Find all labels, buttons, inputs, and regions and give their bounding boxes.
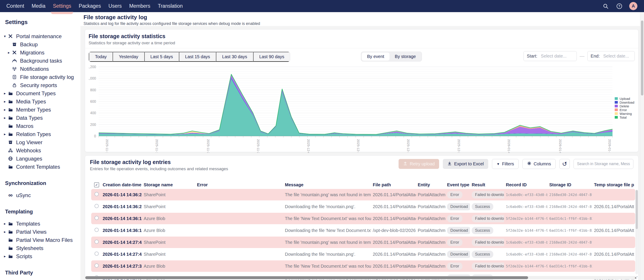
legend-item-delete[interactable]: Delete xyxy=(615,104,634,108)
help-icon[interactable]: ? xyxy=(616,3,623,10)
column-header-error[interactable]: Error xyxy=(195,182,283,187)
sidebar-item-partial-views[interactable]: ▸Partial Views xyxy=(0,228,80,236)
caret-right-icon[interactable]: ▸ xyxy=(2,108,7,112)
sidebar-item-background-tasks[interactable]: Background tasks xyxy=(0,57,80,65)
sidebar-item-log-viewer[interactable]: Log Viewer xyxy=(0,138,80,146)
sidebar-item-relation-types[interactable]: ▸Relation Types xyxy=(0,130,80,138)
window-vertical-scrollbar[interactable] xyxy=(640,12,644,280)
search-icon[interactable] xyxy=(602,3,610,10)
scroll-right-arrow-icon[interactable]: ▸ xyxy=(635,276,636,279)
toggle-by-event[interactable]: By event xyxy=(362,53,390,61)
export-to-excel-button[interactable]: Export to Excel xyxy=(443,159,488,169)
row-radio[interactable] xyxy=(94,192,99,196)
retry-upload-button[interactable]: Retry upload xyxy=(398,159,439,169)
sidebar-item-security-reports[interactable]: Security reports xyxy=(0,81,80,89)
caret-right-icon[interactable]: ▸ xyxy=(2,116,7,120)
range-button-yesterday[interactable]: Yesterday xyxy=(112,52,144,62)
nav-item-packages[interactable]: Packages xyxy=(75,0,105,12)
refresh-button[interactable]: ↺ xyxy=(560,159,570,169)
sidebar-item-scripts[interactable]: ▸Scripts xyxy=(0,252,80,260)
nav-item-settings[interactable]: Settings xyxy=(49,0,75,12)
sidebar-item-member-types[interactable]: ▸Member Types xyxy=(0,106,80,114)
column-header-result[interactable]: Result xyxy=(470,182,504,187)
table-row[interactable]: 2026-01-14 14:27:32Azure BlobThe file 'N… xyxy=(91,260,635,272)
column-header-event_type[interactable]: Event type xyxy=(445,182,470,187)
sidebar-item-file-storage-activity-log[interactable]: File storage activity log xyxy=(0,73,80,81)
caret-right-icon[interactable]: ▸ xyxy=(2,230,7,234)
legend-item-warning[interactable]: Warning xyxy=(615,112,634,115)
table-horizontal-scrollbar[interactable]: ▸ xyxy=(85,276,638,279)
sidebar-item-backup[interactable]: Backup xyxy=(0,40,80,49)
caret-down-icon[interactable]: ▾ xyxy=(2,34,7,38)
sidebar-item-languages[interactable]: Languages xyxy=(0,155,80,163)
avatar[interactable]: A xyxy=(629,2,638,10)
caret-right-icon[interactable]: ▸ xyxy=(2,222,7,226)
sidebar-item-macros[interactable]: Macros xyxy=(0,122,80,130)
sidebar-item-webhooks[interactable]: Webhooks xyxy=(0,146,80,155)
column-header-datetime[interactable]: Creation date-time▾ xyxy=(101,182,142,187)
table-row[interactable]: 2026-01-14 14:36:18Azure BlobDownloading… xyxy=(91,225,635,236)
table-vertical-scrollbar[interactable]: ▾ xyxy=(636,190,638,274)
range-button-last-5-days[interactable]: Last 5 days xyxy=(144,52,179,62)
sidebar-item-media-types[interactable]: ▸Media Types xyxy=(0,97,80,106)
range-button-last-30-days[interactable]: Last 30 days xyxy=(216,52,253,62)
table-horizontal-scrollbar-thumb[interactable] xyxy=(85,276,528,279)
sidebar-item-document-types[interactable]: ▸Document Types xyxy=(0,89,80,97)
row-radio[interactable] xyxy=(94,228,99,232)
sidebar-item-label: Document Types xyxy=(16,90,56,97)
range-button-today[interactable]: Today xyxy=(89,52,112,62)
column-header-record_id[interactable]: Record ID xyxy=(504,182,548,187)
range-button-last-90-days[interactable]: Last 90 days xyxy=(253,52,290,62)
table-row[interactable]: 2026-01-14 14:27:42SharePointDownloading… xyxy=(91,248,635,260)
caret-right-icon[interactable]: ▸ xyxy=(2,99,7,104)
sidebar-item-stylesheets[interactable]: Stylesheets xyxy=(0,244,80,252)
table-row[interactable]: 2026-01-14 14:36:18Azure BlobThe file 'N… xyxy=(91,213,635,224)
legend-item-download[interactable]: Download xyxy=(615,101,634,104)
column-header-entity[interactable]: Entity xyxy=(416,182,445,187)
sidebar-item-content-templates[interactable]: Content Templates xyxy=(0,163,80,171)
column-header-temp_path[interactable]: Temp storage file path xyxy=(592,182,634,187)
select-all-checkbox[interactable]: ✓ xyxy=(94,182,99,187)
end-date-input[interactable] xyxy=(603,53,632,59)
range-button-last-15-days[interactable]: Last 15 days xyxy=(179,52,216,62)
column-header-message[interactable]: Message xyxy=(283,182,371,187)
window-vertical-scrollbar-thumb[interactable] xyxy=(641,21,643,96)
nav-item-translation[interactable]: Translation xyxy=(154,0,186,12)
row-radio[interactable] xyxy=(94,216,99,220)
toggle-by-storage[interactable]: By storage xyxy=(390,53,421,61)
caret-right-icon[interactable]: ▸ xyxy=(6,51,11,55)
filters-button[interactable]: ▼ Filters xyxy=(492,159,519,169)
row-radio[interactable] xyxy=(94,204,99,208)
caret-right-icon[interactable]: ▸ xyxy=(2,254,7,258)
legend-item-upload[interactable]: Upload xyxy=(615,97,634,100)
caret-right-icon[interactable]: ▸ xyxy=(2,132,7,136)
nav-item-content[interactable]: Content xyxy=(3,0,28,12)
caret-right-icon[interactable]: ▸ xyxy=(2,91,7,96)
columns-button[interactable]: Columns xyxy=(522,159,556,169)
sidebar-item-notifications[interactable]: Notifications xyxy=(0,65,80,73)
sidebar-item-templates[interactable]: ▸Templates xyxy=(0,220,80,228)
sidebar-item-partial-view-macro-files[interactable]: Partial View Macro Files xyxy=(0,236,80,244)
sidebar-item-migrations[interactable]: ▸Migrations xyxy=(0,49,80,57)
sidebar-item-usync[interactable]: ∞uSync xyxy=(0,191,80,199)
start-date-input[interactable] xyxy=(540,53,574,59)
sidebar-item-data-types[interactable]: ▸Data Types xyxy=(0,114,80,122)
cell-message: The file 'mountain.png' was not found in… xyxy=(283,192,371,197)
nav-item-media[interactable]: Media xyxy=(28,0,49,12)
column-header-storage_id[interactable]: Storage ID xyxy=(548,182,592,187)
entries-search-input[interactable] xyxy=(576,161,630,166)
row-radio[interactable] xyxy=(94,251,99,256)
table-row[interactable]: 2026-01-14 14:27:42SharePointThe file 'm… xyxy=(91,236,635,248)
sidebar-item-portal-maintenance[interactable]: ▾Portal maintenance xyxy=(0,32,80,40)
row-radio[interactable] xyxy=(94,263,99,268)
table-row[interactable]: 2026-01-14 14:36:24SharePointThe file 'm… xyxy=(91,189,635,200)
column-header-storage_name[interactable]: Storage name xyxy=(142,182,195,187)
table-row[interactable]: 2026-01-14 14:36:23SharePointDownloading… xyxy=(91,201,635,212)
legend-item-total[interactable]: Total xyxy=(615,116,634,119)
nav-item-members[interactable]: Members xyxy=(125,0,154,12)
column-header-file_path[interactable]: File path xyxy=(371,182,416,187)
table-vertical-scrollbar-thumb[interactable] xyxy=(636,190,638,229)
nav-item-users[interactable]: Users xyxy=(105,0,125,12)
legend-item-error[interactable]: Error xyxy=(615,108,634,112)
row-radio[interactable] xyxy=(94,240,99,244)
